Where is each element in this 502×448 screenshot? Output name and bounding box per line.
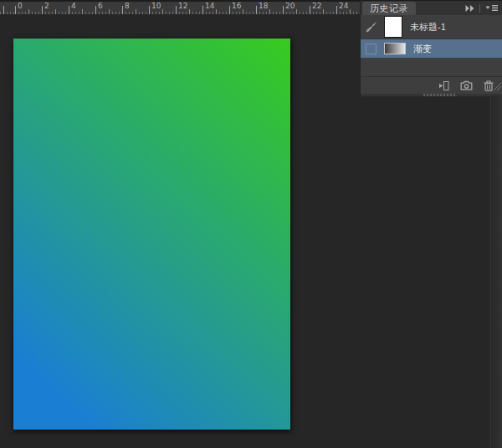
trash-icon[interactable]	[484, 80, 494, 91]
panel-menu-icon[interactable]	[484, 3, 499, 13]
ruler-label: 6	[98, 3, 103, 10]
ruler-label: 8	[125, 3, 130, 10]
history-row-label: 未标题-1	[410, 21, 446, 33]
ruler-label: 14	[205, 3, 214, 10]
snapshot-thumbnail	[384, 16, 402, 38]
ruler-label: 24	[339, 3, 348, 10]
panel-bottom-edge	[361, 94, 502, 96]
ruler-label: 16	[232, 3, 241, 10]
document-canvas[interactable]	[13, 39, 290, 430]
history-brush-source-icon[interactable]	[364, 22, 377, 33]
history-brush-source-well[interactable]	[364, 44, 377, 54]
collapse-to-icons-icon[interactable]	[464, 4, 475, 13]
history-row-1[interactable]: 未标题-1	[361, 15, 502, 39]
ruler-label: 22	[312, 3, 321, 10]
ruler-label: 10	[151, 3, 161, 10]
history-rows: 未标题-1渐变	[361, 15, 502, 76]
history-tab-label: 历史记录	[370, 3, 408, 15]
header-divider	[479, 4, 480, 13]
gradient-state-thumbnail	[384, 43, 406, 54]
history-row-label: 渐变	[413, 43, 432, 55]
new-doc-from-state-icon[interactable]	[435, 80, 449, 91]
ruler-label: 4	[71, 3, 76, 10]
camera-icon[interactable]	[460, 80, 473, 90]
history-panel-header: 历史记录	[361, 0, 502, 15]
panel-resize-grip[interactable]	[494, 79, 501, 94]
panel-drag-handle[interactable]	[423, 94, 457, 96]
horizontal-ruler[interactable]: 024681012141618202224	[0, 0, 360, 14]
ruler-label: 12	[178, 3, 187, 10]
history-panel-footer	[361, 76, 502, 94]
ruler-label: 20	[285, 3, 295, 10]
panel-dock-strip[interactable]	[490, 95, 502, 448]
ruler-label: 0	[18, 3, 23, 10]
ruler-label: 2	[44, 3, 49, 10]
tab-history[interactable]: 历史记录	[362, 2, 416, 15]
ruler-label: 18	[259, 3, 268, 10]
history-panel: 历史记录 未标题-1渐变	[360, 0, 502, 95]
history-row-2[interactable]: 渐变	[361, 39, 502, 58]
